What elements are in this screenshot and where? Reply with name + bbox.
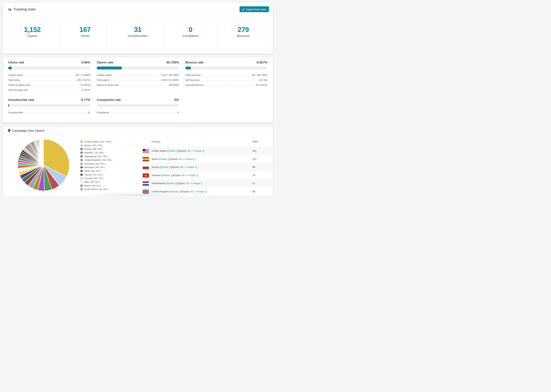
legend-item: United Kingdom ( 59 / 3% ) xyxy=(80,158,112,162)
bracket-text: ] [Export: xyxy=(175,182,186,185)
export-basic-stats-button[interactable]: Export basic stats xyxy=(240,6,269,12)
pie-slice xyxy=(43,139,43,165)
progress-bar xyxy=(97,104,179,107)
legend-color-chip xyxy=(80,162,83,165)
bar-chart-icon xyxy=(8,7,12,11)
rate-stat-label: Clicks to opens rate xyxy=(8,84,30,87)
rate-title: Opens rate xyxy=(97,61,113,64)
legend-color-chip xyxy=(80,181,83,183)
export-unique-link[interactable]: Unique › xyxy=(194,149,203,152)
tracking-stats-card: Tracking stats Export basic stats 1,152O… xyxy=(3,3,273,54)
country-name: Russia xyxy=(152,166,160,168)
legend-color-chip xyxy=(80,151,83,154)
rate-stat-row: Unsubscribes31 xyxy=(8,110,90,115)
export-all-link[interactable]: All › xyxy=(182,174,186,177)
export-all-link[interactable]: All › xyxy=(190,190,195,193)
dotted-leader xyxy=(111,80,160,81)
tracking-stats-header: Tracking stats Export basic stats xyxy=(3,3,273,16)
bracket-text: ] xyxy=(203,149,204,152)
country-column-header: Country xyxy=(152,140,160,143)
details-link[interactable]: Details › xyxy=(161,166,170,168)
country-cell: Netherlands [Details ›] [Export: All › /… xyxy=(152,179,202,188)
rate-stat-row: Soft bounces18 / 0% xyxy=(185,77,267,82)
rate-stat-value: 31 xyxy=(87,111,90,115)
legend-item: South Africa ( 29 / 2% ) xyxy=(80,188,112,191)
summary-stat-cell: 279Bounces xyxy=(217,20,269,49)
legend-color-chip xyxy=(80,155,83,158)
rate-block: Clicks rate4.46%Unique clicks167 / 4.456… xyxy=(8,61,90,92)
legend-label: Russia ( 86 / 5% ) xyxy=(84,148,103,150)
rate-stat-label: Internal bounces xyxy=(185,84,204,87)
details-link[interactable]: Details › xyxy=(162,174,171,177)
export-unique-link[interactable]: Unique › xyxy=(185,158,195,161)
rate-stat-value: 167 / 4.456% xyxy=(76,74,90,77)
stat-value: 31 xyxy=(111,26,164,34)
rate-stat-value: 0 xyxy=(177,111,179,115)
table-row: United Kingdom [Details ›] [Export: All … xyxy=(141,188,272,196)
rate-stat-value: 1,152 / 30.736% xyxy=(161,74,179,77)
export-all-link[interactable]: All › xyxy=(186,182,190,185)
dotted-leader xyxy=(29,90,81,91)
rate-value: 4.46% xyxy=(81,61,90,64)
country-name: United Kingdom xyxy=(152,190,170,193)
country-name: Spain xyxy=(152,158,159,161)
details-link[interactable]: Details › xyxy=(171,190,180,193)
bracket-text: / xyxy=(186,174,188,177)
rate-stat-row: Total opens2,303 / 61.446% xyxy=(97,77,179,82)
export-all-link[interactable]: All › xyxy=(179,158,183,161)
legend-color-chip xyxy=(80,177,83,180)
rate-head: Opens rate30.736% xyxy=(97,61,179,64)
rate-stat-label: Soft bounces xyxy=(185,79,200,82)
flag-icon-gb xyxy=(143,190,149,194)
rate-stat-value: 19 / 6.81% xyxy=(255,84,267,87)
rate-title: Clicks rate xyxy=(8,61,24,64)
rate-head: Unsubscribe rate0.77% xyxy=(8,98,90,102)
rate-block: Unsubscribe rate0.77%Unsubscribes31 xyxy=(8,98,90,115)
stat-value: 167 xyxy=(59,26,111,34)
rate-title: Complaints rate xyxy=(97,98,121,102)
export-unique-link[interactable]: Unique › xyxy=(192,182,202,185)
rate-stat-value: 2,303 / 61.446% xyxy=(161,79,179,82)
geo-body: United States ( 541 / 31% )Spain ( 121 /… xyxy=(3,135,273,196)
total-column-header: Total xyxy=(252,140,258,143)
rate-stat-value: 14.497% xyxy=(80,84,90,87)
country-cell: Russia [Details ›] [Export: All › / Uniq… xyxy=(152,163,197,171)
flag-icon-vn xyxy=(143,173,149,177)
rate-value: 30.736% xyxy=(166,61,179,64)
summary-stat-boxes: 1,152Opens167Clicks31Unsubscribes0Compla… xyxy=(6,20,270,49)
rate-stat-label: Click through rate xyxy=(8,89,28,92)
legend-color-chip xyxy=(80,170,83,172)
export-unique-link[interactable]: Unique › xyxy=(188,174,198,177)
country-cell: United Kingdom [Details ›] [Export: All … xyxy=(152,188,207,196)
rate-stat-row: Hard bounces242 / 86.738% xyxy=(185,72,267,77)
total-value: 86 xyxy=(252,163,255,171)
table-row: Russia [Details ›] [Export: All › / Uniq… xyxy=(141,163,272,171)
legend-label: India ( 46 / 3% ) xyxy=(84,170,101,172)
stat-label: Complaints xyxy=(164,34,217,38)
legend-item: Canada ( 40 / 2% ) xyxy=(80,176,112,180)
geo-legend: United States ( 541 / 31% )Spain ( 121 /… xyxy=(80,140,112,191)
export-unique-link[interactable]: Unique › xyxy=(197,190,206,193)
summary-stat-cell: 167Clicks xyxy=(59,20,111,49)
legend-label: United States ( 541 / 31% ) xyxy=(84,140,112,143)
details-link[interactable]: Details › xyxy=(166,182,175,185)
rate-stat-label: Unique opens xyxy=(97,74,112,77)
flag-icon-ru xyxy=(143,165,149,169)
dotted-leader xyxy=(113,75,159,76)
details-link[interactable]: Details › xyxy=(159,158,168,161)
rate-stat-label: Total clicks xyxy=(8,79,20,82)
rate-head: Complaints rate0% xyxy=(97,98,179,102)
country-name: Netherlands xyxy=(152,182,166,185)
stat-value: 1,152 xyxy=(6,26,58,34)
campaign-geo-opens-card: Campaign Geo Opens United States ( 541 /… xyxy=(3,126,273,196)
country-cell: Vietnam [Details ›] [Export: All › / Uni… xyxy=(152,171,198,180)
table-row: Spain [Details ›] [Export: All › / Uniqu… xyxy=(141,155,272,163)
summary-stat-cell: 1,152Opens xyxy=(6,20,59,49)
map-pin-icon xyxy=(8,129,10,132)
export-unique-link[interactable]: Unique › xyxy=(186,166,196,168)
details-link[interactable]: Details › xyxy=(168,149,177,152)
rate-block: Opens rate30.736%Unique opens1,152 / 30.… xyxy=(97,61,179,92)
export-all-link[interactable]: All › xyxy=(180,166,184,168)
geo-pie-chart xyxy=(17,139,70,191)
export-all-link[interactable]: All › xyxy=(188,149,192,152)
